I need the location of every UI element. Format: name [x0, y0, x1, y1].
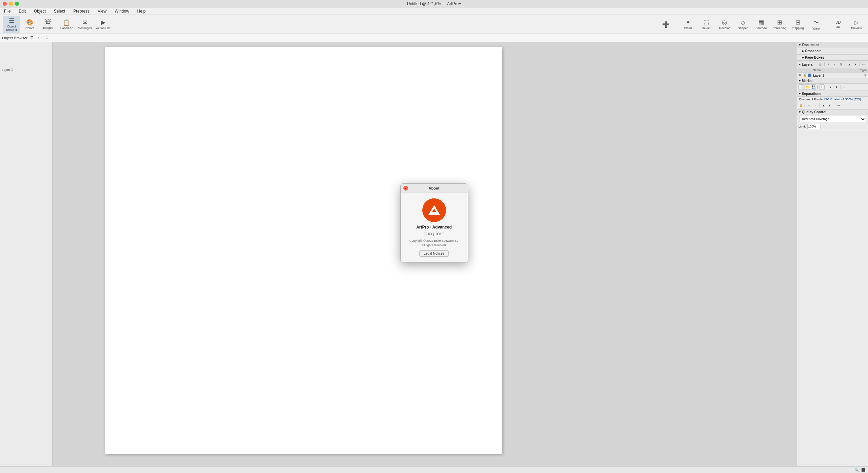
toolbar-recolor[interactable]: ◎ Recolor — [716, 16, 733, 33]
colors-label: Colors — [25, 27, 34, 30]
layers-remove-btn[interactable]: - — [832, 62, 837, 67]
menu-object[interactable]: Object — [33, 8, 47, 14]
toolbar-warp[interactable]: 〜 Warp — [807, 16, 825, 33]
panel-crosshair-header[interactable]: ▶ Crosshair — [797, 48, 868, 54]
menu-prepress[interactable]: Prepress — [72, 8, 91, 14]
preview-label: Preview — [851, 27, 862, 30]
secondary-toolbar: Object Browser ☰ 🏷 ⊕ — [0, 34, 868, 42]
marks-tools: 📄 📁 💾 + ▲ ▼ ••• — [797, 84, 868, 91]
status-zoom-icon[interactable]: 🔍 — [854, 468, 859, 472]
toolbar-preview[interactable]: ▷ Preview — [848, 16, 865, 33]
menu-bar: File Edit Object Select Prepress View Wi… — [0, 7, 868, 15]
toolbar-screening[interactable]: ⊞ Screening — [771, 16, 788, 33]
marks-up-btn[interactable]: ▲ — [828, 84, 833, 90]
toolbar-add[interactable]: ➕ — [657, 16, 675, 33]
qc-content: Total Area Coverage — [797, 115, 868, 123]
menu-help[interactable]: Help — [136, 8, 147, 14]
toolbar-barcode[interactable]: ▦ Barcode — [752, 16, 770, 33]
dialog-close-button[interactable]: × — [403, 186, 408, 191]
panel-pageboxes-header[interactable]: ▶ Page Boxes — [797, 55, 868, 61]
clean-label: Clean — [684, 27, 692, 30]
sep-add-btn[interactable]: + — [806, 103, 812, 108]
sep-up-btn[interactable]: ▲ — [821, 103, 826, 108]
layers-toolbar-sep2 — [845, 62, 845, 66]
marks-sep3 — [841, 85, 841, 89]
layers-col-type: Type — [856, 68, 867, 72]
placed-art-icon: 📋 — [63, 19, 70, 26]
menu-window[interactable]: Window — [113, 8, 131, 14]
toolbar-3d[interactable]: 3D 3D — [829, 16, 847, 33]
layers-dup-btn[interactable]: ⧉ — [838, 62, 844, 67]
sec-btn-tag[interactable]: 🏷 — [36, 35, 42, 41]
left-toolbar-group: ☰ Object Browser 🎨 Colors 🖼 Images 📋 Pla… — [3, 16, 112, 33]
toolbar-images[interactable]: 🖼 Images — [39, 16, 57, 33]
pageboxes-arrow-icon: ▶ — [802, 56, 804, 59]
traffic-lights — [3, 2, 19, 6]
maximize-button[interactable] — [15, 2, 19, 6]
qc-limit-row: Limit: — [797, 123, 868, 130]
preview-icon: ▷ — [854, 19, 859, 26]
toolbar-select[interactable]: ⬚ Select — [697, 16, 715, 33]
layers-options-btn[interactable]: ••• — [861, 62, 867, 67]
dialog-body: ArtPro+ Advanced 22.03 (10015) Copyright… — [401, 193, 468, 262]
marks-folder-btn[interactable]: 📁 — [805, 84, 810, 90]
panel-document-header[interactable]: ▼ Document — [797, 42, 868, 48]
menu-select[interactable]: Select — [53, 8, 66, 14]
layer-label: Layer 1 — [2, 68, 13, 72]
sep-lock-icon[interactable]: 🔒 — [798, 103, 803, 108]
sep-sep2 — [819, 103, 819, 107]
marks-save-btn[interactable]: 💾 — [811, 84, 816, 90]
marks-down-btn[interactable]: ▼ — [834, 84, 839, 90]
trapping-icon: ⊟ — [795, 19, 801, 26]
screening-icon: ⊞ — [777, 19, 782, 26]
separations-arrow-icon: ▼ — [798, 92, 801, 95]
toolbar-placed-art[interactable]: 📋 Placed Art — [58, 16, 75, 33]
menu-file[interactable]: File — [3, 8, 12, 14]
main-toolbar: ☰ Object Browser 🎨 Colors 🖼 Images 📋 Pla… — [0, 15, 868, 34]
menu-view[interactable]: View — [96, 8, 108, 14]
status-nav-icon[interactable]: ⬛ — [861, 468, 865, 472]
layer-eye-icon[interactable]: 👁 — [798, 73, 803, 77]
marks-doc-btn[interactable]: 📄 — [798, 84, 804, 90]
sep-options-btn[interactable]: ••• — [835, 103, 841, 108]
toolbar-action-list[interactable]: ▶ Action List — [94, 16, 112, 33]
dialog-title: About — [408, 186, 460, 190]
layers-toolbar-sep3 — [860, 62, 860, 66]
marks-title: Marks — [802, 79, 867, 83]
layers-up-btn[interactable]: ▲ — [847, 62, 852, 67]
minimize-button[interactable] — [9, 2, 13, 6]
menu-edit[interactable]: Edit — [17, 8, 27, 14]
close-button[interactable] — [3, 2, 7, 6]
layers-toolbar-sep — [824, 62, 825, 66]
marks-options-btn[interactable]: ••• — [842, 84, 848, 90]
toolbar-shaper[interactable]: ◇ Shaper — [734, 16, 752, 33]
layers-add-btn[interactable]: + — [826, 62, 831, 67]
qc-limit-input[interactable] — [807, 124, 821, 129]
sep-remove-btn[interactable]: - — [812, 103, 818, 108]
toolbar-sep-2 — [827, 18, 827, 31]
sec-btn-stack[interactable]: ⊕ — [44, 35, 50, 41]
sep-down-btn[interactable]: ▼ — [827, 103, 832, 108]
toolbar-clean[interactable]: ✦ Clean — [679, 16, 697, 33]
layer-lock-icon[interactable]: 🔒 — [803, 73, 807, 77]
toolbar-trapping[interactable]: ⊟ Trapping — [789, 16, 807, 33]
barcode-icon: ▦ — [758, 19, 764, 26]
marks-add-btn[interactable]: + — [819, 84, 825, 90]
window-title: Untitled @ 421,6% — ArtPro+ — [407, 1, 461, 6]
3d-label: 3D — [836, 25, 840, 29]
about-version: 22.03 (10015) — [423, 232, 444, 236]
toolbar-object-browser[interactable]: ☰ Object Browser — [3, 16, 20, 33]
toolbar-messages[interactable]: ✉ Messages — [76, 16, 94, 33]
layers-settings-icon[interactable]: ☰ — [817, 62, 823, 67]
qc-coverage-select[interactable]: Total Area Coverage — [799, 116, 866, 122]
legal-notices-button[interactable]: Legal Notices — [419, 250, 449, 257]
shaper-label: Shaper — [738, 27, 748, 30]
layer-item-1[interactable]: 👁 🔒 Layer 1 ▼ — [797, 73, 868, 78]
title-bar: Untitled @ 421,6% — ArtPro+ — [0, 0, 868, 7]
toolbar-colors[interactable]: 🎨 Colors — [21, 16, 39, 33]
sep-profile-value[interactable]: ISO Coated v2 300% (ECI) — [824, 98, 861, 101]
layers-down-btn[interactable]: ▼ — [853, 62, 858, 67]
layers-col-name: Name — [813, 68, 856, 72]
secondary-toolbar-label: Object Browser — [2, 36, 27, 40]
sec-btn-list[interactable]: ☰ — [29, 35, 35, 41]
